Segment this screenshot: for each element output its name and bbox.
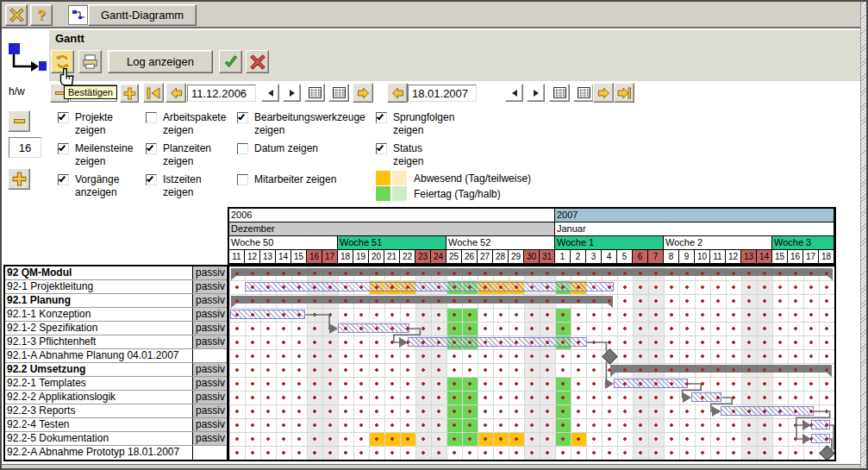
task-name: 92 QM-Modul (5, 266, 193, 279)
checkbox-meilensteine[interactable] (58, 143, 69, 154)
checkbox-status[interactable] (376, 143, 387, 154)
day-cell: 31 (540, 250, 555, 264)
holiday-cell (555, 418, 571, 432)
checkbox-label: Bearbeitungswerkzeugezeigen (254, 111, 365, 137)
prev-page-right-button[interactable] (387, 83, 408, 103)
goto-start-button[interactable] (143, 83, 164, 103)
task-row[interactable]: 92.2-3 Reportspassiv (5, 404, 227, 418)
task-name: 92.2-1 Templates (5, 377, 193, 390)
checkbox-istzeiten[interactable] (146, 174, 157, 185)
year-cell: 2006 (229, 209, 555, 222)
day-cell: 12 (245, 250, 260, 264)
left-arrow-icon (170, 87, 183, 99)
calendar-to-button-1[interactable] (549, 84, 570, 102)
summary-bar[interactable] (610, 365, 832, 373)
task-row[interactable]: 92-1 Projektleitungpassiv (5, 280, 227, 294)
date-from-spin-right[interactable] (283, 84, 301, 102)
task-row[interactable]: 92.2 Umsetzungpassiv (5, 363, 227, 377)
print-button[interactable] (78, 50, 102, 73)
step-plus-button[interactable] (120, 84, 139, 103)
refresh-button[interactable] (51, 50, 74, 73)
task-row[interactable]: 92.1-A Abnahme Planung 04.01.2007 (5, 349, 227, 363)
next-page-left-button[interactable] (353, 83, 373, 103)
task-row[interactable]: 92.1-2 Spezifikationpassiv (5, 322, 227, 335)
task-row[interactable]: 92 QM-Modulpassiv (5, 266, 227, 280)
task-row[interactable]: 92.2-1 Templatespassiv (5, 377, 227, 391)
tab-label: Gantt-Diagramm (101, 9, 184, 22)
summary-bar[interactable] (231, 268, 833, 276)
cancel-button[interactable] (246, 50, 269, 73)
task-bar[interactable] (811, 420, 830, 429)
checkbox-vorg-nge[interactable] (58, 174, 69, 185)
task-bar[interactable] (338, 323, 409, 333)
checkbox-planzeiten[interactable] (146, 143, 157, 154)
checkbox-label: Vorgängeanzeigen (75, 173, 119, 199)
close-button[interactable] (5, 4, 28, 26)
row-height-input[interactable] (9, 137, 41, 158)
checkbox-projekte[interactable] (58, 112, 69, 123)
task-bar[interactable] (230, 310, 305, 319)
calendar-from-button-1[interactable] (304, 84, 325, 102)
holiday-cell (555, 391, 571, 404)
task-bar[interactable] (691, 392, 721, 402)
task-row[interactable]: 92.1 Planungpassiv (5, 294, 227, 308)
calendar-icon (553, 87, 566, 98)
day-cell: 5 (617, 250, 633, 264)
task-row[interactable]: 92.2-5 Dokumentationpassiv (5, 432, 227, 446)
checkbox-label-line: Meilensteine (75, 142, 133, 155)
date-to-input[interactable] (408, 85, 477, 102)
day-cell: 13 (741, 250, 757, 264)
row-height-minus-button[interactable] (8, 110, 30, 132)
goto-end-button[interactable] (614, 83, 634, 103)
checkbox-mitarbeiter-zeigen[interactable] (237, 174, 248, 185)
first-arrow-icon (147, 87, 160, 99)
date-to-spin-left[interactable] (505, 84, 523, 102)
day-cell: 15 (291, 250, 307, 264)
milestone-diamond[interactable] (819, 445, 834, 460)
task-row[interactable]: 92.2-2 Applikationslogikpassiv (5, 391, 227, 404)
task-row[interactable]: 92.2-4 Testenpassiv (5, 418, 227, 432)
task-bar[interactable] (811, 434, 830, 443)
date-from-input[interactable] (187, 85, 256, 102)
checkbox-bearbeitungswerkzeuge[interactable] (237, 112, 248, 123)
workflow-icon (7, 40, 47, 78)
task-bar[interactable] (408, 337, 587, 347)
help-button[interactable]: ? (30, 4, 53, 26)
checkbox-sprungfolgen[interactable] (376, 112, 387, 123)
task-row[interactable]: 92.1-1 Konzeptionpassiv (5, 308, 227, 322)
dependency-arrow-icon (712, 406, 721, 417)
task-row[interactable]: 92.1-3 Pflichtenheftpassiv (5, 335, 227, 349)
task-bar[interactable] (614, 379, 688, 388)
summary-bar[interactable] (231, 296, 614, 304)
checkbox-label-line: zeigen (393, 155, 423, 168)
check-mark-icon (377, 113, 384, 121)
task-status (193, 446, 226, 460)
checkbox-label-line: Datum zeigen (254, 142, 318, 155)
log-anzeigen-button[interactable]: Log anzeigen (108, 50, 213, 73)
checkbox-datum-zeigen[interactable] (237, 143, 248, 154)
year-cell: 2007 (555, 209, 834, 222)
milestone-diamond[interactable] (602, 348, 617, 364)
date-to-spin-right[interactable] (527, 84, 545, 102)
task-row[interactable]: 92.2-A Abnahme Prototyp 18.01.2007 (5, 446, 227, 460)
left-arrow-icon (391, 87, 404, 99)
checkbox-arbeitspakete[interactable] (146, 112, 157, 123)
gantt-tab-icon-box[interactable] (68, 5, 88, 25)
calendar-to-button-2[interactable] (573, 84, 594, 102)
task-bar[interactable] (245, 282, 614, 291)
day-cell: 6 (633, 250, 648, 264)
task-name: 92.2-2 Applikationslogik (5, 391, 193, 404)
dependency-arrow-icon (605, 379, 614, 389)
prev-page-left-button[interactable] (165, 83, 186, 103)
holiday-cell (446, 418, 462, 432)
row-height-plus-button[interactable] (8, 168, 30, 190)
confirm-button[interactable] (219, 50, 242, 73)
next-page-right-button[interactable] (593, 83, 614, 103)
date-from-spin-left[interactable] (261, 84, 279, 102)
window-resize-edge[interactable] (860, 2, 866, 468)
month-cell: Januar (555, 222, 834, 236)
tab-gantt-diagramm[interactable]: Gantt-Diagramm (88, 4, 197, 26)
calendar-from-button-2[interactable] (328, 84, 349, 102)
task-bar[interactable] (721, 406, 814, 416)
checkbox-label: Planzeitenzeigen (163, 142, 211, 168)
